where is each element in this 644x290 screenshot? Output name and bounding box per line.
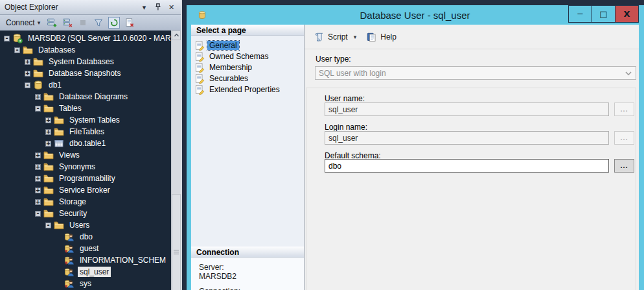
page-item-owned-schemas[interactable]: Owned Schemas bbox=[191, 51, 304, 62]
login-name-field[interactable] bbox=[325, 131, 609, 145]
table-icon bbox=[54, 138, 64, 149]
page-item-label: Securables bbox=[207, 74, 250, 83]
tree-item-system-tables[interactable]: +System Tables bbox=[0, 114, 181, 126]
maximize-button[interactable]: □ bbox=[592, 5, 615, 23]
tree-item-information-schem[interactable]: INFORMATION_SCHEM bbox=[0, 254, 181, 266]
stop-icon[interactable] bbox=[77, 17, 89, 29]
default-schema-field[interactable] bbox=[325, 159, 609, 173]
dialog-body: Select a page GeneralOwned SchemasMember… bbox=[191, 25, 639, 290]
object-explorer-titlebar[interactable]: Object Explorer ▾ ✕ bbox=[0, 0, 181, 14]
tree-item-storage[interactable]: +Storage bbox=[0, 196, 181, 208]
folder-icon bbox=[43, 150, 54, 160]
scrollbar-grip-icon bbox=[174, 250, 179, 254]
server-icon bbox=[12, 33, 23, 43]
collapse-icon[interactable]: - bbox=[45, 223, 51, 228]
expand-icon[interactable]: + bbox=[35, 152, 41, 158]
tree-item-dbo[interactable]: dbo bbox=[0, 231, 181, 243]
page-item-securables[interactable]: Securables bbox=[191, 73, 304, 84]
tree-item-views[interactable]: +Views bbox=[0, 149, 181, 161]
tree-item-tables[interactable]: -Tables bbox=[0, 103, 181, 114]
tree-item-system-databases[interactable]: +System Databases bbox=[0, 56, 181, 67]
dialog-titlebar[interactable]: Database User - sql_user ─ □ X bbox=[191, 5, 639, 25]
tree-item-service-broker[interactable]: +Service Broker bbox=[0, 184, 181, 196]
page-item-membership[interactable]: Membership bbox=[191, 62, 304, 73]
user-type-combobox[interactable]: SQL user with login bbox=[315, 66, 636, 80]
script-error-icon[interactable] bbox=[124, 17, 135, 29]
user-name-browse-button[interactable]: ... bbox=[614, 103, 634, 116]
tree-item-label: Database Diagrams bbox=[57, 91, 130, 102]
tree-item-database-snapshots[interactable]: +Database Snapshots bbox=[0, 67, 181, 79]
refresh-icon[interactable] bbox=[108, 17, 120, 29]
login-name-label: Login name: bbox=[325, 123, 367, 132]
folder-icon bbox=[54, 115, 64, 125]
expand-icon[interactable]: + bbox=[35, 187, 41, 193]
expand-icon[interactable]: + bbox=[45, 141, 51, 147]
help-button[interactable]: Help bbox=[363, 30, 399, 44]
tree-item-databases[interactable]: -Databases bbox=[0, 44, 181, 56]
page-item-general[interactable]: General bbox=[191, 40, 304, 51]
tree-item-label: Databases bbox=[36, 45, 77, 55]
tree-item-sql-user[interactable]: sql_user bbox=[0, 266, 181, 278]
page-icon bbox=[194, 51, 205, 62]
expand-icon[interactable]: + bbox=[25, 71, 30, 77]
user-icon bbox=[64, 267, 75, 277]
connect-button[interactable]: Connect ▾ bbox=[4, 18, 42, 28]
disconnect-server-icon[interactable] bbox=[62, 17, 73, 29]
tree-item-users[interactable]: -Users bbox=[0, 219, 181, 231]
tree-item-label: Database Snapshots bbox=[47, 68, 122, 79]
tree-item-label: Tables bbox=[57, 103, 84, 114]
tree-scrollbar[interactable] bbox=[171, 30, 181, 290]
collapse-icon[interactable]: - bbox=[25, 82, 30, 88]
connection-label: Connection: bbox=[199, 287, 304, 290]
tree-item-database-diagrams[interactable]: +Database Diagrams bbox=[0, 91, 181, 103]
collapse-icon[interactable]: - bbox=[35, 106, 41, 112]
connect-server-icon[interactable] bbox=[46, 17, 58, 29]
tree-item-programmability[interactable]: +Programmability bbox=[0, 173, 181, 184]
tree-item-security[interactable]: -Security bbox=[0, 208, 181, 219]
tree-item-dbo-table1[interactable]: +dbo.table1 bbox=[0, 138, 181, 149]
close-button[interactable]: X bbox=[615, 5, 639, 23]
tree-item-label: Synonyms bbox=[57, 162, 97, 172]
script-button[interactable]: Script bbox=[311, 30, 351, 44]
folder-icon bbox=[23, 45, 33, 55]
tree-item-label: Security bbox=[57, 208, 89, 219]
expand-icon[interactable]: + bbox=[35, 176, 41, 182]
folder-icon bbox=[33, 68, 43, 79]
tree-item-guest[interactable]: guest bbox=[0, 243, 181, 254]
object-explorer-title: Object Explorer bbox=[5, 3, 135, 12]
window-position-icon[interactable]: ▾ bbox=[139, 3, 149, 12]
tree-item-filetables[interactable]: +FileTables bbox=[0, 126, 181, 138]
collapse-icon[interactable]: - bbox=[4, 36, 10, 42]
tree-item-synonyms[interactable]: +Synonyms bbox=[0, 161, 181, 173]
collapse-icon[interactable]: - bbox=[14, 47, 20, 53]
tree-item-sys[interactable]: sys bbox=[0, 278, 181, 289]
page-item-extended-properties[interactable]: Extended Properties bbox=[191, 84, 304, 95]
expand-icon[interactable]: + bbox=[45, 117, 51, 123]
scroll-up-icon[interactable] bbox=[172, 30, 181, 40]
default-schema-browse-button[interactable]: ... bbox=[614, 159, 634, 173]
tree-item-label: guest bbox=[78, 243, 100, 254]
tree-item-marsdb2-sql-server-11-0-6020-marsd[interactable]: -MARSDB2 (SQL Server 11.0.6020 - MARSD bbox=[0, 32, 181, 44]
collapse-icon[interactable]: - bbox=[35, 211, 41, 217]
script-dropdown-icon[interactable]: ▾ bbox=[354, 34, 357, 40]
tree-item-label: Programmability bbox=[57, 173, 117, 184]
user-name-field[interactable] bbox=[325, 103, 609, 116]
expand-icon[interactable]: + bbox=[35, 164, 41, 170]
page-item-label: Membership bbox=[207, 63, 254, 72]
filter-icon[interactable] bbox=[93, 17, 104, 29]
tree-item-db1[interactable]: -db1 bbox=[0, 79, 181, 91]
expand-icon[interactable]: + bbox=[25, 59, 30, 65]
login-name-browse-button[interactable]: ... bbox=[614, 131, 634, 145]
close-icon[interactable]: ✕ bbox=[167, 3, 176, 12]
folder-icon bbox=[54, 127, 64, 137]
tree-scrollbar-thumb[interactable] bbox=[172, 194, 181, 290]
expand-icon[interactable]: + bbox=[45, 129, 51, 135]
expand-icon[interactable]: + bbox=[35, 94, 41, 100]
expand-icon[interactable]: + bbox=[35, 199, 41, 205]
user-icon bbox=[64, 232, 75, 242]
tree-item-label: Users bbox=[67, 220, 91, 230]
minimize-button[interactable]: ─ bbox=[568, 5, 592, 23]
pin-icon[interactable] bbox=[153, 3, 163, 12]
folder-icon bbox=[43, 162, 54, 172]
select-a-page-panel: Select a page GeneralOwned SchemasMember… bbox=[191, 25, 305, 290]
